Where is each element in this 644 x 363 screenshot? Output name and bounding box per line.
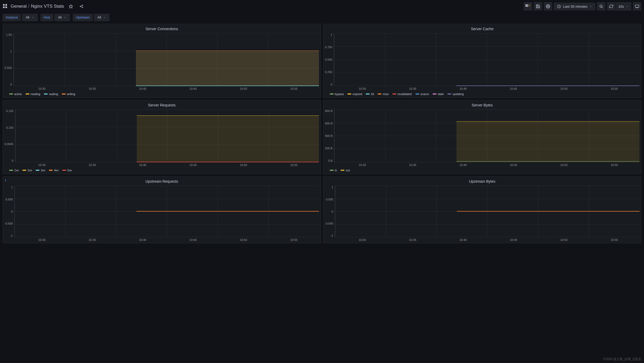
share-button[interactable]	[78, 3, 85, 10]
legend-item[interactable]: out	[341, 169, 350, 172]
zoom-out-button[interactable]	[597, 2, 605, 11]
favorite-button[interactable]	[67, 3, 75, 10]
x-axis: 10:3010:3510:4010:4510:5010:55	[4, 163, 319, 167]
svg-rect-3	[6, 6, 7, 8]
y-axis: 10.5000-0.500-1	[325, 186, 335, 237]
dashboard-header: General / Nginx VTS Stats + Last 30 minu…	[0, 0, 644, 13]
variable-instance-label[interactable]: Instance	[3, 14, 21, 21]
legend-item[interactable]: writing	[62, 92, 75, 96]
chart-area[interactable]: 800 B600 B400 B200 B0 B	[325, 109, 640, 162]
refresh-interval-picker[interactable]: 10s	[616, 2, 631, 11]
breadcrumb: General / Nginx VTS Stats	[11, 4, 64, 9]
svg-rect-0	[3, 4, 5, 6]
chart-area[interactable]: 10.7500.5000.2500	[325, 33, 640, 86]
legend-item[interactable]: in	[330, 169, 337, 172]
y-axis: 0.1500.1000.05000	[4, 109, 15, 162]
legend-item[interactable]: updating	[447, 92, 464, 96]
legend-item[interactable]: stale	[433, 92, 444, 96]
svg-rect-10	[526, 5, 527, 7]
legend-item[interactable]: active	[9, 92, 22, 96]
y-axis: 10.5000-0.500-1	[4, 186, 14, 237]
dashboard-grid-icon[interactable]	[3, 4, 7, 9]
plot-area[interactable]	[335, 186, 640, 237]
legend-item[interactable]: miss	[378, 92, 389, 96]
panel-upstream-requests[interactable]: iUpstream Requests10.5000-0.500-110:3010…	[3, 176, 321, 243]
plot-area[interactable]	[14, 186, 319, 237]
svg-point-7	[82, 7, 83, 8]
plot-area[interactable]	[334, 109, 640, 162]
panel-server-cache[interactable]: Server Cache10.7500.5000.250010:3010:351…	[323, 24, 642, 98]
panel-server-connections[interactable]: Server Connections1.5010.500010:3010:351…	[3, 24, 321, 98]
time-range-label: Last 30 minutes	[563, 5, 587, 8]
legend-item[interactable]: 5xx	[62, 169, 72, 172]
legend-item[interactable]: expired	[348, 92, 362, 96]
panel-upstream-bytes[interactable]: Upstream Bytes10.5000-0.500-110:3010:351…	[323, 176, 642, 243]
panels-grid: Server Connections1.5010.500010:3010:351…	[0, 24, 644, 246]
panel-server-bytes[interactable]: Server Bytes800 B600 B400 B200 B0 B10:30…	[323, 100, 642, 174]
y-axis: 800 B600 B400 B200 B0 B	[325, 109, 334, 162]
panel-server-requests[interactable]: Server Requests0.1500.1000.0500010:3010:…	[3, 100, 321, 174]
chart-area[interactable]: 10.5000-0.500-1	[4, 186, 319, 237]
variable-instance-select[interactable]: All	[22, 14, 38, 21]
panel-title: Upstream Bytes	[325, 178, 640, 186]
legend-item[interactable]: waiting	[44, 92, 58, 96]
legend-item[interactable]: 4xx	[49, 169, 58, 172]
plot-area[interactable]	[15, 109, 319, 162]
legend-item[interactable]: 3xx	[36, 169, 45, 172]
svg-rect-1	[6, 4, 7, 6]
chart-area[interactable]: 0.1500.1000.05000	[4, 109, 319, 162]
chart-area[interactable]: 1.5010.5000	[4, 33, 319, 86]
panel-title: Upstream Requests	[4, 178, 319, 186]
time-range-picker[interactable]: Last 30 minutes	[554, 3, 595, 10]
legend-item[interactable]: 1xx	[9, 169, 19, 172]
refresh-button[interactable]	[607, 2, 615, 11]
panel-title: Server Bytes	[325, 102, 640, 109]
x-axis: 10:3010:3510:4010:4510:5010:55	[325, 238, 640, 241]
series-line	[456, 86, 640, 86]
svg-point-5	[80, 6, 81, 7]
info-icon[interactable]: i	[5, 178, 6, 182]
svg-text:+: +	[529, 4, 531, 7]
variable-upstream-select[interactable]: All	[94, 14, 109, 21]
variable-host-select[interactable]: All	[54, 14, 70, 21]
variable-host-label[interactable]: Host	[40, 14, 53, 21]
x-axis: 10:3010:3510:4010:4510:5010:55	[325, 87, 640, 90]
variable-upstream-label[interactable]: Upstream	[73, 14, 93, 21]
refresh-interval-label: 10s	[618, 5, 624, 8]
chart-area[interactable]: 10.5000-0.500-1	[325, 186, 640, 237]
plot-area[interactable]	[334, 33, 640, 86]
svg-line-8	[81, 6, 82, 6]
settings-button[interactable]	[544, 2, 552, 11]
legend-item[interactable]: bypass	[330, 92, 344, 96]
save-button[interactable]	[534, 2, 542, 11]
variables-row: Instance All Host All Upstream All	[0, 13, 644, 24]
series-area	[456, 121, 640, 162]
x-axis: 10:3010:3510:4010:4510:5010:55	[4, 87, 319, 90]
svg-marker-4	[69, 5, 72, 8]
tv-mode-button[interactable]	[633, 2, 641, 11]
legend: 1xx2xx3xx4xx5xx	[4, 167, 319, 172]
legend: activereadingwaitingwriting	[4, 90, 319, 96]
legend: bypassexpiredhitmissrevalidatedscarcesta…	[325, 90, 640, 96]
legend-item[interactable]: reading	[26, 92, 40, 96]
page-title[interactable]: Nginx VTS Stats	[31, 4, 64, 9]
x-axis: 10:3010:3510:4010:4510:5010:55	[4, 238, 319, 241]
svg-rect-19	[635, 5, 639, 7]
svg-rect-11	[527, 5, 528, 6]
svg-rect-2	[3, 6, 5, 8]
add-panel-button[interactable]: +	[524, 2, 532, 11]
legend: inout	[325, 167, 640, 172]
panel-title: Server Requests	[4, 102, 319, 109]
series-line	[137, 162, 319, 162]
breadcrumb-folder[interactable]: General	[11, 4, 26, 9]
plot-area[interactable]	[13, 33, 319, 86]
legend-item[interactable]: hit	[366, 92, 374, 96]
legend-item[interactable]: 2xx	[22, 169, 32, 172]
panel-title: Server Connections	[4, 26, 319, 33]
legend-item[interactable]: scarce	[415, 92, 429, 96]
legend-item[interactable]: revalidated	[392, 92, 412, 96]
svg-line-9	[81, 7, 82, 7]
y-axis: 10.7500.5000.2500	[325, 33, 334, 86]
series-line	[136, 211, 319, 212]
series-area	[137, 115, 319, 162]
